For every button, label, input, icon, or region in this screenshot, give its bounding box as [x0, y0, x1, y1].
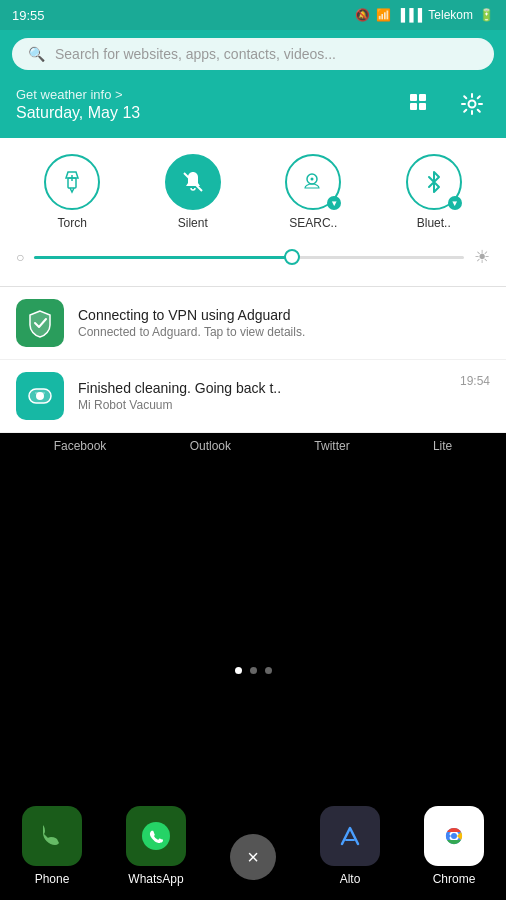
dock-labels-row: Facebook Outlook Twitter Lite — [0, 433, 506, 459]
vacuum-time: 19:54 — [460, 374, 490, 388]
vacuum-icon — [16, 372, 64, 420]
weather-date: Saturday, May 13 — [16, 104, 140, 122]
wifi-icon: 📶 — [376, 8, 391, 22]
svg-point-13 — [142, 822, 170, 850]
brightness-high-icon: ☀ — [474, 246, 490, 268]
app-chrome[interactable]: Chrome — [424, 806, 484, 886]
whatsapp-icon-bg — [126, 806, 186, 866]
search-chevron: ▼ — [327, 196, 341, 210]
bell-mute-icon: 🔕 — [355, 8, 370, 22]
torch-circle[interactable] — [44, 154, 100, 210]
torch-label: Torch — [58, 216, 87, 230]
bluetooth-circle[interactable]: ▼ — [406, 154, 462, 210]
chrome-label: Chrome — [433, 872, 476, 886]
search-circle[interactable]: ▼ — [285, 154, 341, 210]
app-phone[interactable]: Phone — [22, 806, 82, 886]
search-label: SEARC.. — [289, 216, 337, 230]
search-bar-container: 🔍 Search for websites, apps, contacts, v… — [0, 30, 506, 78]
quick-item-torch[interactable]: Torch — [44, 154, 100, 230]
whatsapp-label: WhatsApp — [128, 872, 183, 886]
notifications-panel: Connecting to VPN using Adguard Connecte… — [0, 287, 506, 433]
dock-label-facebook: Facebook — [54, 439, 107, 453]
svg-point-16 — [451, 833, 457, 839]
dock-label-twitter: Twitter — [314, 439, 349, 453]
quick-settings-panel: Torch Silent ▼ SEARC — [0, 138, 506, 286]
brightness-low-icon: ○ — [16, 249, 24, 265]
settings-icon[interactable] — [454, 86, 490, 122]
brightness-slider[interactable] — [34, 256, 464, 259]
adguard-content: Connecting to VPN using Adguard Connecte… — [78, 307, 490, 339]
vacuum-title: Finished cleaning. Going back t.. — [78, 380, 446, 396]
quick-item-silent[interactable]: Silent — [165, 154, 221, 230]
phone-label: Phone — [35, 872, 70, 886]
alto-label: Alto — [340, 872, 361, 886]
page-dot-3 — [265, 667, 272, 674]
page-dots — [0, 659, 506, 682]
bt-chevron: ▼ — [448, 196, 462, 210]
weather-area: Get weather info > Saturday, May 13 — [0, 78, 506, 138]
home-screen-bg-2 — [0, 682, 506, 702]
svg-point-4 — [469, 101, 476, 108]
dock-label-lite: Lite — [433, 439, 452, 453]
search-input-wrapper[interactable]: 🔍 Search for websites, apps, contacts, v… — [12, 38, 494, 70]
svg-rect-3 — [419, 103, 426, 110]
silent-label: Silent — [178, 216, 208, 230]
carrier-label: Telekom — [428, 8, 473, 22]
bluetooth-label: Bluet.. — [417, 216, 451, 230]
quick-icons-row: Torch Silent ▼ SEARC — [0, 154, 506, 230]
adguard-icon — [16, 299, 64, 347]
grid-icon[interactable] — [402, 86, 438, 122]
battery-icon: 🔋 — [479, 8, 494, 22]
brightness-row: ○ ☀ — [0, 242, 506, 278]
vacuum-content: Finished cleaning. Going back t.. Mi Rob… — [78, 380, 446, 412]
silent-circle[interactable] — [165, 154, 221, 210]
chrome-icon — [424, 806, 484, 866]
close-icon: × — [247, 846, 259, 869]
close-button[interactable]: × — [230, 834, 276, 880]
time-display: 19:55 — [12, 8, 45, 23]
notification-vacuum[interactable]: Finished cleaning. Going back t.. Mi Rob… — [0, 360, 506, 433]
page-dot-1 — [235, 667, 242, 674]
vacuum-subtitle: Mi Robot Vacuum — [78, 398, 446, 412]
notification-adguard[interactable]: Connecting to VPN using Adguard Connecte… — [0, 287, 506, 360]
weather-title[interactable]: Get weather info > — [16, 87, 140, 102]
alto-icon — [320, 806, 380, 866]
bottom-dock: Phone WhatsApp × Alto — [0, 790, 506, 900]
svg-point-9 — [311, 178, 314, 181]
status-icons: 🔕 📶 ▐▐▐ Telekom 🔋 — [355, 8, 494, 22]
svg-rect-1 — [419, 94, 426, 101]
svg-rect-2 — [410, 103, 417, 110]
search-icon: 🔍 — [28, 46, 45, 62]
quick-item-bluetooth[interactable]: ▼ Bluet.. — [406, 154, 462, 230]
quick-item-search[interactable]: ▼ SEARC.. — [285, 154, 341, 230]
phone-icon — [22, 806, 82, 866]
app-whatsapp[interactable]: WhatsApp — [126, 806, 186, 886]
signal-icon: ▐▐▐ — [397, 8, 423, 22]
adguard-title: Connecting to VPN using Adguard — [78, 307, 490, 323]
adguard-subtitle: Connected to Adguard. Tap to view detail… — [78, 325, 490, 339]
app-alto[interactable]: Alto — [320, 806, 380, 886]
search-placeholder: Search for websites, apps, contacts, vid… — [55, 46, 336, 62]
home-screen-bg — [0, 459, 506, 659]
svg-rect-0 — [410, 94, 417, 101]
dock-label-outlook: Outlook — [190, 439, 231, 453]
page-dot-2 — [250, 667, 257, 674]
status-bar: 19:55 🔕 📶 ▐▐▐ Telekom 🔋 — [0, 0, 506, 30]
